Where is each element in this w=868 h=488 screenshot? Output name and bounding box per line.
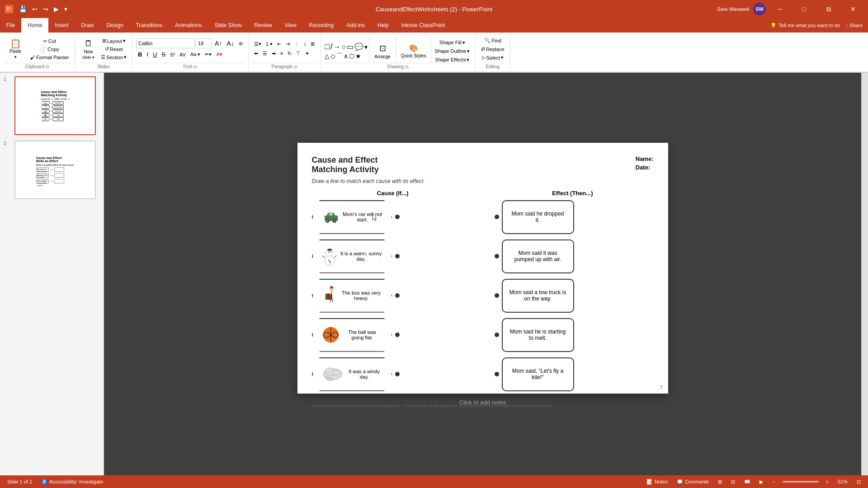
- tab-view[interactable]: View: [278, 18, 303, 33]
- tab-slideshow[interactable]: Slide Show: [208, 18, 248, 33]
- rectangle-shape[interactable]: □: [325, 42, 330, 52]
- select-button[interactable]: ▷ Select ▾: [479, 54, 506, 61]
- shape-row2-5[interactable]: ⬡: [349, 52, 354, 60]
- align-center-button[interactable]: ☰: [261, 50, 269, 57]
- font-size-input[interactable]: [196, 38, 212, 48]
- new-slide-button[interactable]: 🗒 NewSlide ▾: [79, 37, 99, 61]
- vertical-align-button[interactable]: ⊤: [294, 50, 302, 57]
- oval-shape[interactable]: ○: [342, 43, 346, 51]
- zoom-level[interactable]: 51%: [836, 478, 849, 485]
- reset-button[interactable]: ↺ Reset: [99, 45, 128, 53]
- cut-button[interactable]: ✂ Cut: [28, 38, 71, 45]
- shape-outline-button[interactable]: Shape Outline ▾: [433, 47, 472, 55]
- slide-thumb-1[interactable]: 1 Cause and EffectMatching Activity Caus…: [4, 76, 100, 135]
- save-button[interactable]: 💾: [17, 5, 28, 14]
- arrange-button[interactable]: ⊡ Arrange: [371, 42, 394, 61]
- tab-help[interactable]: Help: [371, 18, 395, 33]
- case-button[interactable]: Aa ▾: [189, 51, 203, 58]
- shape-row2-4[interactable]: ∧: [344, 52, 348, 60]
- replace-button[interactable]: ⇄ Replace: [479, 45, 506, 53]
- slide-image-1[interactable]: Cause and EffectMatching Activity Cause …: [14, 76, 96, 135]
- strikethrough-button[interactable]: S: [160, 50, 167, 59]
- tab-addins[interactable]: Add-ins: [340, 18, 371, 33]
- line-spacing-button[interactable]: ↕: [302, 40, 308, 47]
- decrease-indent-button[interactable]: ⇤: [275, 40, 283, 48]
- notes-button[interactable]: 📝 Notes: [645, 478, 670, 486]
- close-button[interactable]: ✕: [843, 0, 863, 18]
- highlight-button[interactable]: ✏▾: [203, 51, 213, 58]
- clear-format-button[interactable]: ⊘: [237, 40, 245, 47]
- right-scrollbar[interactable]: [861, 73, 868, 475]
- present-button[interactable]: ▶: [52, 5, 61, 14]
- tell-me-bar[interactable]: 💡 Tell me what you want to do: [770, 23, 840, 28]
- quick-styles-button[interactable]: 🎨 Quick Styles: [397, 42, 430, 60]
- tab-transitions[interactable]: Transitions: [130, 18, 169, 33]
- text-direction-button[interactable]: ↻: [286, 50, 293, 57]
- increase-font-button[interactable]: A↑: [213, 39, 224, 48]
- reading-view-button[interactable]: 📖: [742, 478, 752, 486]
- undo-button[interactable]: ↩: [30, 5, 39, 14]
- zoom-in-button[interactable]: +: [824, 478, 830, 485]
- font-family-input[interactable]: [136, 38, 195, 48]
- underline-button[interactable]: U: [151, 50, 159, 59]
- smartart-button[interactable]: ⊞: [309, 40, 316, 48]
- find-button[interactable]: 🔍 Find: [479, 37, 506, 44]
- align-right-button[interactable]: ➡: [270, 50, 278, 57]
- tab-home[interactable]: Home: [21, 18, 48, 33]
- arrow-shape[interactable]: →: [334, 43, 341, 51]
- restore-button[interactable]: ⧉: [818, 0, 839, 18]
- normal-view-button[interactable]: ⊞: [716, 478, 724, 486]
- shape-row2-3[interactable]: ⌒: [336, 52, 343, 60]
- copy-button[interactable]: 📄 Copy: [28, 46, 71, 53]
- increase-indent-button[interactable]: ⇥: [284, 40, 292, 48]
- shape-fill-button[interactable]: Shape Fill ▾: [433, 39, 472, 47]
- tab-insert[interactable]: Insert: [48, 18, 75, 33]
- more-button[interactable]: ▾: [62, 5, 69, 14]
- callout-shape[interactable]: 💬: [354, 42, 363, 51]
- columns-button[interactable]: ⋮: [292, 40, 301, 48]
- paste-button[interactable]: 📋 Paste ▾: [4, 37, 27, 61]
- shape-effects-button[interactable]: Shape Effects ▾: [433, 56, 472, 63]
- tab-animations[interactable]: Animations: [169, 18, 208, 33]
- decrease-font-button[interactable]: A↓: [225, 39, 236, 48]
- slide-image-2[interactable]: Cause and EffectWrite an Effect Write a …: [14, 141, 96, 199]
- convert-button[interactable]: ✦: [303, 50, 311, 57]
- font-color-button[interactable]: A▾: [214, 51, 224, 58]
- maximize-button[interactable]: □: [794, 0, 815, 18]
- line-shape[interactable]: /: [330, 42, 333, 52]
- zoom-out-button[interactable]: −: [770, 478, 777, 485]
- bold-button[interactable]: B: [136, 50, 144, 59]
- format-painter-button[interactable]: 🖌 Format Painter: [28, 54, 71, 61]
- bullets-button[interactable]: ☰▾: [252, 40, 263, 48]
- section-button[interactable]: ☰ Section ▾: [99, 53, 128, 61]
- tab-file[interactable]: File: [0, 18, 21, 33]
- tab-draw[interactable]: Draw: [75, 18, 100, 33]
- numbering-button[interactable]: 1.▾: [264, 40, 274, 48]
- align-left-button[interactable]: ⬅: [252, 50, 260, 57]
- accessibility-button[interactable]: ♿ Accessibility: Investigate: [39, 478, 105, 486]
- tab-recording[interactable]: Recording: [303, 18, 340, 33]
- shape-row2-6[interactable]: ★: [355, 52, 361, 60]
- justify-button[interactable]: ≡: [278, 50, 285, 57]
- comments-button[interactable]: 💬 Comments: [675, 478, 711, 486]
- spacing-button[interactable]: AV: [178, 51, 188, 58]
- share-button[interactable]: ↑ Share: [845, 23, 863, 28]
- zoom-slider[interactable]: [783, 481, 819, 483]
- shape-row2-1[interactable]: △: [325, 52, 330, 60]
- layout-button[interactable]: ⊞ Layout ▾: [99, 37, 128, 45]
- shape-row2-2[interactable]: ◇: [330, 52, 335, 60]
- slideshow-button[interactable]: ▶: [758, 478, 765, 486]
- redo-button[interactable]: ↪: [41, 5, 50, 14]
- rounded-rect-shape[interactable]: ▭: [347, 42, 354, 51]
- tab-design[interactable]: Design: [100, 18, 129, 33]
- tab-inknoe[interactable]: Inknoe ClassPoint: [395, 18, 452, 33]
- slide-thumb-2[interactable]: 2 Cause and EffectWrite an Effect Write …: [4, 141, 100, 199]
- tab-review[interactable]: Review: [248, 18, 278, 33]
- user-avatar[interactable]: SW: [753, 3, 766, 15]
- fit-window-button[interactable]: ⊡: [855, 478, 863, 486]
- minimize-button[interactable]: ─: [769, 0, 790, 18]
- shadow-button[interactable]: S²: [168, 51, 177, 58]
- italic-button[interactable]: I: [145, 50, 150, 59]
- slide-sorter-button[interactable]: ⊟: [729, 478, 737, 486]
- more-shapes[interactable]: ▾: [364, 43, 368, 51]
